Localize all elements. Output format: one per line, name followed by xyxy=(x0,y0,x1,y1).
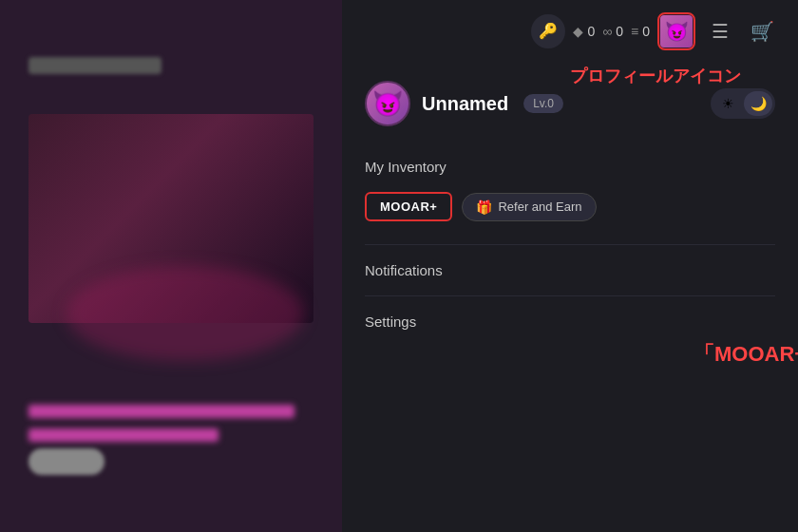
link-balance: ∞ 0 xyxy=(602,24,623,39)
blur-text-1 xyxy=(28,405,294,418)
gift-icon: 🎁 xyxy=(476,200,492,215)
blur-text-2 xyxy=(28,428,218,442)
link-icon: ∞ xyxy=(602,24,612,39)
theme-toggle[interactable]: ☀ 🌙 xyxy=(711,88,775,119)
settings-menu-item[interactable]: Settings xyxy=(365,300,775,343)
level-badge: Lv.0 xyxy=(523,94,563,113)
divider-2 xyxy=(365,295,775,296)
user-name: Unnamed xyxy=(422,93,508,115)
refer-label: Refer and Earn xyxy=(498,200,581,214)
stream-value: 0 xyxy=(642,24,650,39)
refer-and-earn-button[interactable]: 🎁 Refer and Earn xyxy=(462,193,596,221)
notifications-menu-item[interactable]: Notifications xyxy=(365,249,775,292)
profile-button[interactable]: 😈 xyxy=(657,12,695,50)
user-info-row: 😈 Unnamed Lv.0 ☀ 🌙 xyxy=(365,81,775,126)
header-bar: 🔑 ◆ 0 ∞ 0 ≡ 0 😈 ☰ 🛒 xyxy=(342,0,798,62)
user-avatar: 😈 xyxy=(365,81,410,126)
dropdown-panel: 😈 Unnamed Lv.0 ☀ 🌙 My Inventory MOOAR+ 🎁… xyxy=(342,62,798,362)
mooar-plus-button[interactable]: MOOAR+ xyxy=(365,192,452,221)
inventory-sub-row: MOOAR+ 🎁 Refer and Earn xyxy=(365,184,775,237)
notifications-button[interactable]: ☰ xyxy=(703,14,737,48)
stream-icon: ≡ xyxy=(631,24,638,39)
blur-image-area xyxy=(28,114,314,323)
divider-1 xyxy=(365,244,775,245)
light-mode-button[interactable]: ☀ xyxy=(713,91,742,116)
blur-top-block xyxy=(28,57,162,74)
dark-mode-button[interactable]: 🌙 xyxy=(744,91,772,116)
inventory-section: My Inventory MOOAR+ 🎁 Refer and Earn xyxy=(365,149,775,237)
left-content-panel xyxy=(0,0,342,532)
cart-button[interactable]: 🛒 xyxy=(745,14,779,48)
stream-balance: ≡ 0 xyxy=(631,24,650,39)
key-button[interactable]: 🔑 xyxy=(531,14,565,48)
eth-icon: ◆ xyxy=(573,24,583,39)
blur-badge xyxy=(28,448,104,475)
avatar: 😈 xyxy=(660,15,693,48)
right-panel: 🔑 ◆ 0 ∞ 0 ≡ 0 😈 ☰ 🛒 プロフィールアイコン 😈 Unnamed… xyxy=(342,0,798,532)
eth-value: 0 xyxy=(587,24,595,39)
eth-balance: ◆ 0 xyxy=(573,24,595,39)
mooar-annotation: 「MOOAR+」をクリック xyxy=(694,340,798,369)
inventory-label[interactable]: My Inventory xyxy=(365,149,775,184)
link-value: 0 xyxy=(616,24,623,39)
